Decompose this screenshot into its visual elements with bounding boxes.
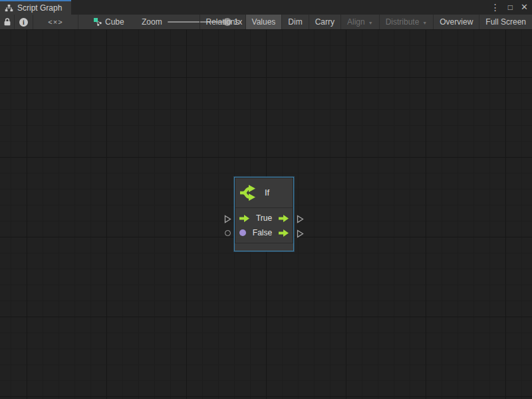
info-icon: i [19, 18, 28, 27]
flow-output-arrow-icon[interactable] [279, 215, 289, 222]
port-label-false: False [246, 228, 279, 237]
graph-asset-icon [93, 17, 102, 27]
port-label-true: True [249, 213, 279, 223]
chevron-down-icon: ▼ [368, 21, 373, 25]
outer-true-output-triangle[interactable] [297, 215, 304, 223]
toolbar: i <×> Cube Zoom 1x Relations [0, 15, 532, 30]
distribute-label: Distribute [386, 17, 420, 27]
graph-ref-label: Cube [105, 17, 124, 27]
window-controls: ⋮ □ ✕ [491, 0, 528, 15]
node-if-header[interactable]: If [235, 178, 293, 207]
outer-false-output-triangle[interactable] [297, 229, 304, 238]
port-row-false: False [235, 225, 293, 240]
close-icon[interactable]: ✕ [521, 0, 528, 15]
fullscreen-label: Full Screen [485, 17, 526, 27]
lock-icon [3, 17, 11, 27]
port-row-true: True [235, 211, 293, 225]
fullscreen-button[interactable]: Full Screen [479, 15, 532, 29]
branch-icon [239, 184, 259, 202]
carry-label: Carry [315, 17, 334, 27]
outer-flow-input-triangle[interactable] [224, 215, 231, 223]
zoom-label: Zoom [142, 17, 162, 27]
tab-label: Script Graph [17, 3, 62, 13]
graph-reference[interactable]: Cube [93, 15, 124, 29]
toolbar-buttons: Relations Values Dim Carry Align ▼ Distr… [200, 15, 532, 29]
graph-hierarchy-icon [5, 4, 13, 13]
outer-value-input-circle[interactable] [225, 230, 231, 236]
flow-output-arrow-icon[interactable] [279, 229, 289, 237]
distribute-dropdown[interactable]: Distribute ▼ [379, 15, 434, 29]
dim-label: Dim [288, 17, 302, 27]
dim-button[interactable]: Dim [281, 15, 308, 29]
node-title: If [265, 188, 269, 198]
align-label: Align [347, 17, 365, 27]
chevron-down-icon: ▼ [422, 21, 427, 25]
tab-script-graph[interactable]: Script Graph [0, 0, 71, 15]
lock-button[interactable] [0, 15, 15, 29]
titlebar: Script Graph ⋮ □ ✕ [0, 0, 532, 15]
script-graph-window: Script Graph ⋮ □ ✕ i <×> [0, 0, 532, 399]
overview-button[interactable]: Overview [433, 15, 479, 29]
align-dropdown[interactable]: Align ▼ [340, 15, 379, 29]
info-button[interactable]: i [15, 15, 33, 29]
graph-canvas[interactable]: If True False [0, 30, 532, 399]
node-if[interactable]: If True False [234, 177, 294, 251]
toolbar-left-group: i <×> [0, 15, 78, 29]
bool-value-port-icon[interactable] [239, 229, 246, 236]
relations-label: Relations [206, 17, 239, 27]
window-menu-icon[interactable]: ⋮ [491, 0, 500, 15]
relations-button[interactable]: Relations [200, 15, 245, 29]
node-footer [235, 243, 293, 251]
node-ports: True False [235, 208, 293, 243]
flow-input-arrow-icon[interactable] [239, 215, 249, 222]
overview-label: Overview [440, 17, 473, 27]
value-toggle-button[interactable]: <×> [33, 15, 78, 29]
angle-x-icon: <×> [48, 18, 63, 26]
values-label: Values [252, 17, 276, 27]
values-button[interactable]: Values [245, 15, 282, 29]
carry-button[interactable]: Carry [309, 15, 340, 29]
maximize-icon[interactable]: □ [508, 0, 513, 15]
